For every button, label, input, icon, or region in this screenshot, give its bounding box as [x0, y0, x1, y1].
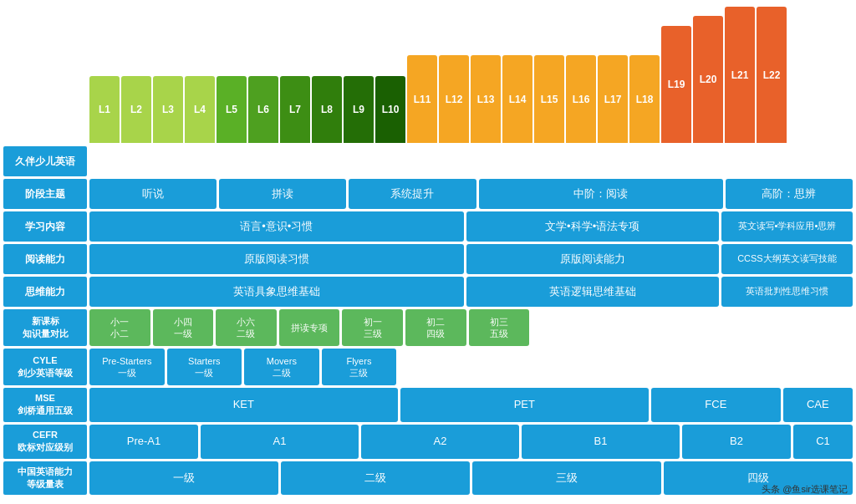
mse-cell-cae: CAE	[783, 388, 853, 422]
stage-row: 阶段主题 听说 拼读 系统提升 中阶：阅读 高阶：思辨	[3, 179, 853, 209]
learning-header: 学习内容	[3, 211, 87, 242]
mse-cell-ket: KET	[89, 388, 398, 422]
level-bar-l19: L19	[661, 26, 691, 143]
learning-cell-3: 英文读写•学科应用•思辨	[721, 211, 853, 242]
cyle-cell-prestarters: Pre-Starters一级	[89, 349, 165, 385]
stage-cells: 听说 拼读 系统提升 中阶：阅读 高阶：思辨	[89, 179, 853, 209]
reading-cell-2: 原版阅读能力	[466, 244, 719, 274]
mse-cell-fce: FCE	[651, 388, 781, 422]
cyle-cell-flyers: Flyers三级	[322, 349, 397, 385]
level-bar-l15: L15	[534, 55, 564, 143]
reading-header: 阅读能力	[3, 244, 87, 274]
ns-empty	[532, 309, 853, 346]
thinking-cell-2: 英语逻辑思维基础	[466, 277, 719, 307]
level-bar-l14: L14	[502, 55, 532, 143]
china-cell-3: 三级	[472, 461, 661, 496]
brand-label: 久伴少儿英语	[3, 146, 87, 176]
reading-cells: 原版阅读习惯 原版阅读能力 CCSS大纲英文读写技能	[89, 244, 853, 274]
mse-header: MSE剑桥通用五级	[3, 388, 87, 422]
newstandard-header: 新课标知识量对比	[3, 309, 87, 346]
ns-cell-3: 小六二级	[216, 309, 277, 346]
level-bar-l13: L13	[471, 55, 501, 143]
cefr-cell-b1: B1	[522, 425, 680, 459]
mse-cells: KET PET FCE CAE	[89, 388, 853, 422]
ns-cell-5: 初一三级	[342, 309, 403, 346]
watermark: 头条 @鱼sir选课笔记	[762, 483, 848, 496]
cefr-cell-b2: B2	[682, 425, 791, 459]
level-bar-l9: L9	[344, 76, 374, 143]
learning-cells: 语言•意识•习惯 文学•科学•语法专项 英文读写•学科应用•思辨	[89, 211, 853, 242]
cefr-cell-a1: A1	[201, 425, 359, 459]
cyle-cell-starters: Starters一级	[167, 349, 242, 385]
level-bar-l11: L11	[407, 55, 437, 143]
ns-cell-6: 初二四级	[405, 309, 466, 346]
level-bar-l17: L17	[598, 55, 628, 143]
level-bar-l12: L12	[439, 55, 469, 143]
level-bar-l1: L1	[89, 76, 120, 143]
thinking-cell-3: 英语批判性思维习惯	[721, 277, 853, 307]
ns-cell-1: 小一小二	[89, 309, 150, 346]
cefr-row: CEFR欧标对应级别 Pre-A1 A1 A2 B1 B2 C1	[3, 425, 853, 459]
cefr-cell-prea1: Pre-A1	[89, 425, 198, 459]
learning-cell-1: 语言•意识•习惯	[89, 211, 464, 242]
cefr-cell-c1: C1	[793, 425, 853, 459]
learning-cell-2: 文学•科学•语法专项	[466, 211, 719, 242]
level-bar-l8: L8	[312, 76, 342, 143]
stage-cell-2: 拼读	[219, 179, 346, 209]
level-bar-l20: L20	[693, 16, 723, 143]
china-header: 中国英语能力等级量表	[3, 461, 87, 496]
china-cell-2: 二级	[281, 461, 470, 496]
cyle-cells: Pre-Starters一级 Starters一级 Movers二级 Flyer…	[89, 349, 853, 385]
level-bar-l18: L18	[629, 55, 660, 143]
cyle-row: CYLE剑少英语等级 Pre-Starters一级 Starters一级 Mov…	[3, 349, 853, 385]
learning-row: 学习内容 语言•意识•习惯 文学•科学•语法专项 英文读写•学科应用•思辨	[3, 211, 853, 242]
cefr-cells: Pre-A1 A1 A2 B1 B2 C1	[89, 425, 853, 459]
stage-cell-3: 系统提升	[349, 179, 476, 209]
level-bar-l3: L3	[153, 76, 183, 143]
mse-row: MSE剑桥通用五级 KET PET FCE CAE	[3, 388, 853, 422]
thinking-header: 思维能力	[3, 277, 87, 307]
cyle-empty	[399, 349, 853, 385]
reading-cell-3: CCSS大纲英文读写技能	[721, 244, 853, 274]
china-cells: 一级 二级 三级 四级	[89, 461, 853, 496]
stage-header: 阶段主题	[3, 179, 87, 209]
ns-cell-7: 初三五级	[469, 309, 530, 346]
mse-cell-pet: PET	[400, 388, 649, 422]
newstandard-row: 新课标知识量对比 小一小二 小四一级 小六二级 拼读专项 初一三级 初二四级 初…	[3, 309, 853, 346]
level-bar-l10: L10	[375, 76, 405, 143]
thinking-cell-1: 英语具象思维基础	[89, 277, 464, 307]
ns-cell-2: 小四一级	[153, 309, 214, 346]
china-row: 中国英语能力等级量表 一级 二级 三级 四级	[3, 461, 853, 496]
brand-row: 久伴少儿英语	[3, 146, 853, 176]
thinking-row: 思维能力 英语具象思维基础 英语逻辑思维基础 英语批判性思维习惯	[3, 277, 853, 307]
level-bar-l2: L2	[121, 76, 151, 143]
reading-row: 阅读能力 原版阅读习惯 原版阅读能力 CCSS大纲英文读写技能	[3, 244, 853, 274]
brand-cells	[89, 146, 853, 176]
reading-cell-1: 原版阅读习惯	[89, 244, 464, 274]
level-bar-l22: L22	[757, 7, 787, 143]
cyle-cell-movers: Movers二级	[244, 349, 319, 385]
thinking-cells: 英语具象思维基础 英语逻辑思维基础 英语批判性思维习惯	[89, 277, 853, 307]
level-bar-l6: L6	[248, 76, 278, 143]
cyle-header: CYLE剑少英语等级	[3, 349, 87, 385]
cefr-header: CEFR欧标对应级别	[3, 425, 87, 459]
main-container: L1 L2 L3 L4 L5 L6 L7 L8 L9 L10 L11 L12 L…	[0, 0, 856, 504]
stage-cell-5: 高阶：思辨	[726, 179, 853, 209]
level-bar-l21: L21	[725, 7, 755, 143]
stage-cell-1: 听说	[89, 179, 217, 209]
level-bar-l16: L16	[566, 55, 596, 143]
stage-cell-4: 中阶：阅读	[479, 179, 723, 209]
level-bar-l7: L7	[280, 76, 310, 143]
china-cell-1: 一级	[89, 461, 278, 496]
level-bar-l4: L4	[185, 76, 215, 143]
newstandard-cells: 小一小二 小四一级 小六二级 拼读专项 初一三级 初二四级 初三五级	[89, 309, 853, 346]
level-bar-l5: L5	[217, 76, 247, 143]
cefr-cell-a2: A2	[361, 425, 519, 459]
ns-cell-4: 拼读专项	[279, 309, 340, 346]
